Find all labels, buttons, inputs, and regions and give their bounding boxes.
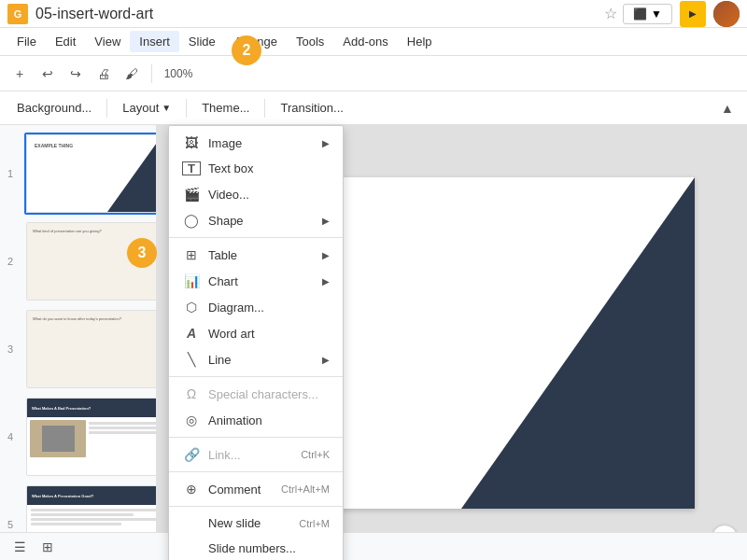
paint-format-btn[interactable]: 🖌 [120, 62, 144, 86]
video-icon: 🎬 [182, 187, 201, 202]
insert-new-slide[interactable]: New slide Ctrl+M [169, 511, 343, 536]
diagram-label: Diagram... [208, 301, 330, 315]
insert-textbox[interactable]: T Text box [169, 156, 343, 181]
insert-dropdown-menu: 🖼 Image ▶ T Text box 🎬 Video... ◯ Shape … [168, 125, 344, 560]
insert-diagram[interactable]: ⬡ Diagram... [169, 294, 343, 320]
theme-label: Theme... [202, 101, 249, 115]
list-view-btn[interactable]: ☰ [7, 535, 32, 559]
grid-view-btn[interactable]: ⊞ [35, 535, 60, 559]
insert-line[interactable]: ╲ Line ▶ [169, 346, 343, 372]
layout-button[interactable]: Layout ▼ [113, 98, 180, 118]
menu-addons[interactable]: Add-ons [333, 31, 397, 52]
menu-group-1: 🖼 Image ▶ T Text box 🎬 Video... ◯ Shape … [169, 126, 343, 237]
document-title[interactable]: 05-insert-word-art [35, 6, 604, 22]
star-icon[interactable]: ☆ [604, 5, 617, 22]
chart-label: Chart [208, 274, 322, 288]
undo-btn[interactable]: ↩ [35, 62, 60, 86]
table-arrow: ▶ [322, 250, 330, 260]
zoom-btn[interactable]: 100% [160, 62, 197, 86]
new-slide-label: New slide [208, 516, 299, 530]
redo-btn[interactable]: ↪ [63, 62, 88, 86]
shape-arrow: ▶ [322, 216, 330, 226]
app-icon: G [7, 4, 28, 24]
table-label: Table [208, 248, 322, 262]
insert-video[interactable]: 🎬 Video... [169, 181, 343, 207]
slide-num-5: 5 [7, 519, 13, 530]
background-button[interactable]: Background... [7, 98, 101, 118]
insert-comment[interactable]: ⊕ Comment Ctrl+Alt+M [169, 476, 343, 502]
slides-icon: ▶ [689, 8, 697, 19]
comment-shortcut: Ctrl+Alt+M [281, 483, 330, 495]
slides-icon-button[interactable]: ▶ [680, 1, 706, 27]
menu-group-5: ⊕ Comment Ctrl+Alt+M [169, 471, 343, 506]
shape-icon: ◯ [182, 213, 201, 228]
present-arrow: ▼ [651, 7, 662, 21]
wordart-label: Word art [208, 327, 330, 341]
menu-edit[interactable]: Edit [46, 31, 85, 52]
menu-file[interactable]: File [7, 31, 46, 52]
bottom-bar: ☰ ⊞ [0, 532, 747, 560]
wordart-icon: A [182, 326, 201, 341]
toolbar-sep-1 [151, 64, 152, 83]
slide-num-3: 3 [7, 343, 13, 355]
slide-num-4: 4 [7, 431, 13, 442]
callout-3-label: 3 [138, 245, 147, 261]
shape-label: Shape [208, 214, 322, 228]
insert-table[interactable]: ⊞ Table ▶ [169, 242, 343, 268]
table-icon: ⊞ [182, 247, 201, 262]
present-icon: ⬛ [633, 7, 647, 21]
menu-tools[interactable]: Tools [287, 31, 333, 52]
slide-thumb-3[interactable]: 3 What do you want to know after today's… [24, 308, 157, 390]
menu-slide[interactable]: Slide [179, 31, 225, 52]
menu-view[interactable]: View [85, 31, 130, 52]
insert-animation[interactable]: ◎ Animation [169, 407, 343, 433]
slide-preview-1: EXAMPLE THING [26, 134, 157, 213]
layout-arrow: ▼ [162, 103, 171, 113]
slide2-text: What kind of presentation are you giving… [33, 229, 157, 234]
special-chars-icon: Ω [182, 386, 201, 401]
add-slide-btn[interactable]: + [7, 62, 32, 86]
background-label: Background... [17, 101, 92, 115]
comment-icon: ⊕ [182, 482, 201, 497]
present-button[interactable]: ⬛ ▼ [623, 4, 672, 24]
textbox-label: Text box [208, 161, 330, 175]
insert-chart[interactable]: 📊 Chart ▶ [169, 268, 343, 294]
menu-group-4: 🔗 Link... Ctrl+K [169, 437, 343, 471]
special-chars-label: Special characters... [208, 387, 330, 401]
print-btn[interactable]: 🖨 [92, 62, 116, 86]
theme-button[interactable]: Theme... [192, 98, 259, 118]
insert-special-chars: Ω Special characters... [169, 381, 343, 407]
animation-label: Animation [208, 413, 330, 427]
insert-slide-numbers[interactable]: Slide numbers... [169, 536, 343, 560]
slide-thumb-1[interactable]: 1 EXAMPLE THING [24, 133, 157, 215]
toolbar2-sep-1 [106, 99, 107, 118]
slide-thumb-4[interactable]: 4 What Makes A Bad Presentation? [24, 396, 157, 478]
menu-help[interactable]: Help [398, 31, 442, 52]
transition-label: Transition... [280, 101, 343, 115]
collapse-btn[interactable]: ▲ [715, 96, 740, 120]
menu-group-3: Ω Special characters... ◎ Animation [169, 376, 343, 437]
toolbar2-sep-3 [264, 99, 265, 118]
comment-label: Comment [208, 483, 261, 497]
transition-button[interactable]: Transition... [271, 98, 352, 118]
canvas-triangle [461, 177, 695, 509]
image-arrow: ▶ [322, 138, 330, 148]
slide-preview-4: What Makes A Bad Presentation? [26, 398, 157, 476]
insert-shape[interactable]: ◯ Shape ▶ [169, 207, 343, 233]
callout-step-2: 2 [232, 35, 261, 65]
diagram-icon: ⬡ [182, 300, 201, 315]
menu-insert[interactable]: Insert [130, 31, 179, 52]
menu-bar: File Edit View Insert Slide Arrange Tool… [0, 28, 747, 56]
avatar[interactable] [713, 1, 740, 27]
insert-image[interactable]: 🖼 Image ▶ [169, 130, 343, 156]
slide-panel: 1 EXAMPLE THING 2 What kind of presentat… [0, 125, 157, 560]
chart-icon: 📊 [182, 273, 201, 288]
slide1-text: EXAMPLE THING [35, 143, 73, 148]
chart-arrow: ▶ [322, 276, 330, 287]
video-label: Video... [208, 188, 330, 202]
link-icon: 🔗 [182, 447, 201, 462]
insert-wordart[interactable]: A Word art [169, 320, 343, 346]
slide-numbers-label: Slide numbers... [208, 541, 330, 555]
main-area: 1 EXAMPLE THING 2 What kind of presentat… [0, 125, 747, 560]
image-label: Image [208, 136, 322, 150]
